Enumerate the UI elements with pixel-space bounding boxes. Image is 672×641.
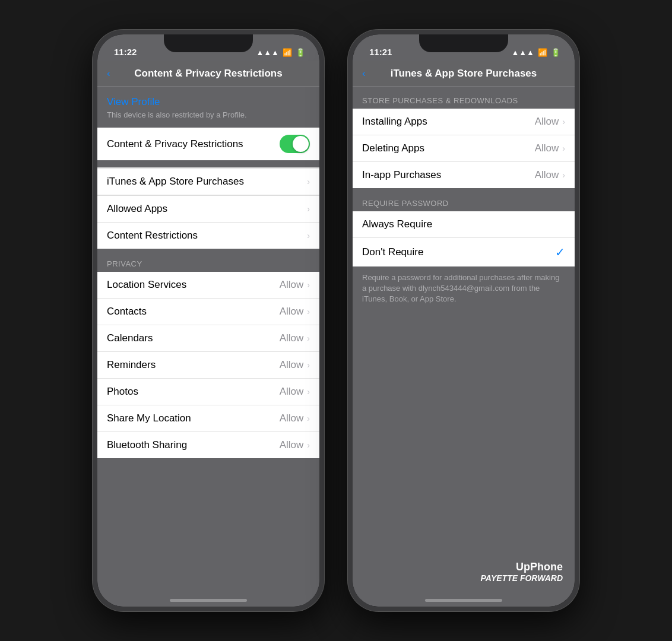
- privacy-label-0: Location Services: [107, 279, 186, 291]
- inapp-purchases-item[interactable]: In-app Purchases Allow ›: [353, 162, 575, 188]
- restrictions-toggle-label: Content & Privacy Restrictions: [107, 138, 243, 150]
- watermark-payette: PAYETTE FORWARD: [481, 573, 563, 583]
- content-restrictions-label: Content Restrictions: [107, 230, 198, 242]
- privacy-item-2[interactable]: Calendars Allow ›: [97, 325, 319, 352]
- phone-2: 11:21 ▲▲▲ 📶 🔋 ‹ iTunes & App Store Purch…: [348, 30, 579, 611]
- view-profile-section: View Profile: [97, 87, 319, 108]
- allowed-apps-section: Allowed Apps › Content Restrictions ›: [97, 196, 319, 249]
- screen-2: 11:21 ▲▲▲ 📶 🔋 ‹ iTunes & App Store Purch…: [353, 34, 575, 607]
- nav-bar-2: ‹ iTunes & App Store Purchases: [353, 61, 575, 87]
- privacy-value-2: Allow ›: [280, 332, 310, 344]
- privacy-item-0[interactable]: Location Services Allow ›: [97, 272, 319, 299]
- profile-desc: This device is also restricted by a Prof…: [107, 110, 310, 119]
- watermark: UpPhone PAYETTE FORWARD: [481, 561, 563, 583]
- profile-desc-section: This device is also restricted by a Prof…: [97, 108, 319, 128]
- privacy-item-5[interactable]: Share My Location Allow ›: [97, 405, 319, 432]
- privacy-list-section: Location Services Allow › Contacts Allow…: [97, 272, 319, 458]
- home-indicator-2: [425, 599, 502, 602]
- privacy-value-1: Allow ›: [280, 306, 310, 318]
- deleting-apps-value: Allow ›: [535, 142, 565, 154]
- installing-apps-label: Installing Apps: [362, 116, 427, 128]
- nav-bar-1: ‹ Content & Privacy Restrictions: [97, 61, 319, 87]
- store-list-section: Installing Apps Allow › Deleting Apps Al…: [353, 109, 575, 188]
- store-section-label: STORE PURCHASES & REDOWNLOADS: [353, 87, 575, 109]
- content-restrictions-chevron: ›: [307, 231, 310, 240]
- always-require-item[interactable]: Always Require: [353, 211, 575, 238]
- back-button-2[interactable]: ‹: [362, 68, 366, 80]
- always-require-label: Always Require: [362, 218, 432, 230]
- restrictions-toggle-section: Content & Privacy Restrictions: [97, 128, 319, 160]
- screen-1: 11:22 ▲▲▲ 📶 🔋 ‹ Content & Privacy Restri…: [97, 34, 319, 607]
- status-time-2: 11:21: [369, 47, 392, 57]
- privacy-chevron-0: ›: [307, 280, 310, 290]
- content-restrictions-item[interactable]: Content Restrictions ›: [97, 223, 319, 249]
- nav-title-2: iTunes & App Store Purchases: [391, 68, 537, 80]
- watermark-upphone: UpPhone: [481, 561, 563, 573]
- notch-1: [164, 34, 253, 52]
- back-button-1[interactable]: ‹: [107, 68, 110, 80]
- signal-icon-2: ▲▲▲: [511, 48, 534, 57]
- dont-require-item[interactable]: Don't Require ✓: [353, 238, 575, 266]
- inapp-purchases-chevron: ›: [562, 170, 565, 180]
- privacy-label-4: Photos: [107, 386, 138, 398]
- allowed-apps-label: Allowed Apps: [107, 203, 167, 215]
- phone-shell-1: 11:22 ▲▲▲ 📶 🔋 ‹ Content & Privacy Restri…: [93, 30, 324, 611]
- privacy-item-3[interactable]: Reminders Allow ›: [97, 352, 319, 379]
- allowed-apps-item[interactable]: Allowed Apps ›: [97, 196, 319, 223]
- nav-title-1: Content & Privacy Restrictions: [134, 68, 282, 80]
- privacy-value-3: Allow ›: [280, 359, 310, 371]
- wifi-icon-1: 📶: [283, 48, 292, 57]
- deleting-apps-item[interactable]: Deleting Apps Allow ›: [353, 135, 575, 162]
- wifi-icon-2: 📶: [538, 48, 547, 57]
- notch-2: [419, 34, 508, 52]
- content-2: STORE PURCHASES & REDOWNLOADS Installing…: [353, 87, 575, 607]
- content-1: View Profile This device is also restric…: [97, 87, 319, 607]
- itunes-chevron: ›: [307, 177, 310, 186]
- privacy-label-1: Contacts: [107, 306, 147, 318]
- toggle-knob: [293, 136, 309, 152]
- view-profile-link[interactable]: View Profile: [107, 96, 310, 108]
- checkmark-icon: ✓: [555, 245, 565, 259]
- gap-1: [97, 161, 319, 169]
- installing-apps-value: Allow ›: [535, 116, 565, 128]
- allowed-apps-value: ›: [307, 204, 310, 214]
- phone-shell-2: 11:21 ▲▲▲ 📶 🔋 ‹ iTunes & App Store Purch…: [348, 30, 579, 611]
- privacy-chevron-5: ›: [307, 414, 310, 423]
- status-icons-1: ▲▲▲ 📶 🔋: [256, 48, 305, 57]
- restrictions-toggle-item[interactable]: Content & Privacy Restrictions: [97, 128, 319, 160]
- privacy-label-3: Reminders: [107, 359, 156, 371]
- content-restrictions-value: ›: [307, 231, 310, 240]
- require-password-label: REQUIRE PASSWORD: [353, 189, 575, 211]
- installing-apps-item[interactable]: Installing Apps Allow ›: [353, 109, 575, 135]
- itunes-section: iTunes & App Store Purchases ›: [97, 169, 319, 195]
- back-chevron-icon-2: ‹: [362, 68, 366, 80]
- privacy-item-1[interactable]: Contacts Allow ›: [97, 299, 319, 325]
- status-icons-2: ▲▲▲ 📶 🔋: [511, 48, 560, 57]
- phone-1: 11:22 ▲▲▲ 📶 🔋 ‹ Content & Privacy Restri…: [93, 30, 324, 611]
- privacy-chevron-6: ›: [307, 440, 310, 450]
- privacy-section-label: PRIVACY: [97, 250, 319, 272]
- inapp-purchases-label: In-app Purchases: [362, 169, 441, 181]
- restrictions-toggle[interactable]: [280, 135, 310, 153]
- signal-icon-1: ▲▲▲: [256, 48, 279, 57]
- privacy-chevron-4: ›: [307, 387, 310, 396]
- deleting-apps-chevron: ›: [562, 144, 565, 153]
- privacy-value-5: Allow ›: [280, 412, 310, 424]
- privacy-item-6[interactable]: Bluetooth Sharing Allow ›: [97, 432, 319, 458]
- itunes-purchases-item[interactable]: iTunes & App Store Purchases ›: [97, 169, 319, 195]
- itunes-purchases-value: ›: [307, 177, 310, 186]
- privacy-value-4: Allow ›: [280, 386, 310, 398]
- privacy-value-0: Allow ›: [280, 279, 310, 291]
- password-note: Require a password for additional purcha…: [353, 268, 575, 315]
- dont-require-label: Don't Require: [362, 246, 423, 258]
- installing-apps-chevron: ›: [562, 117, 565, 126]
- battery-icon-1: 🔋: [296, 48, 305, 57]
- inapp-purchases-value: Allow ›: [535, 169, 565, 181]
- itunes-purchases-label: iTunes & App Store Purchases: [107, 176, 244, 188]
- privacy-label-5: Share My Location: [107, 412, 191, 424]
- privacy-item-4[interactable]: Photos Allow ›: [97, 379, 319, 405]
- privacy-label-2: Calendars: [107, 332, 153, 344]
- back-chevron-1: ‹: [107, 68, 110, 80]
- privacy-chevron-2: ›: [307, 334, 310, 343]
- privacy-label-6: Bluetooth Sharing: [107, 439, 187, 451]
